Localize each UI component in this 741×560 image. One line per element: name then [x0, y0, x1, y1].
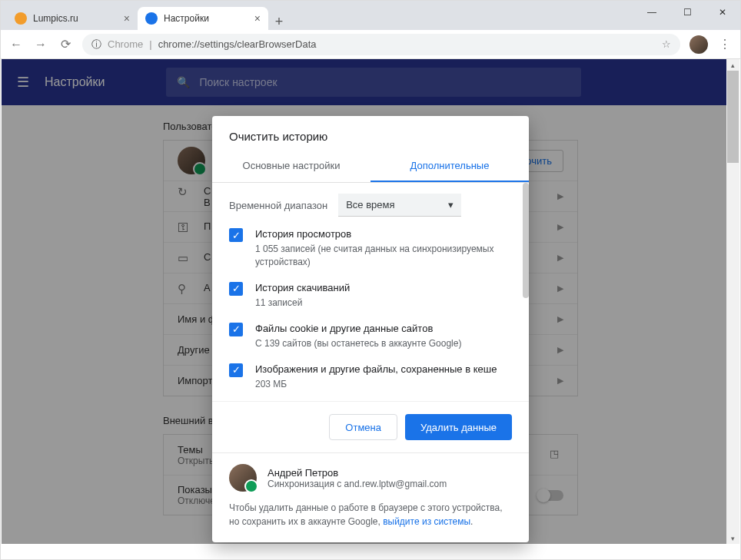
checkbox[interactable]: ✓	[229, 363, 243, 377]
chevron-down-icon: ▾	[448, 199, 454, 210]
dialog-body: Временной диапазон Все время ▾ ✓История …	[212, 183, 529, 398]
scroll-up-icon[interactable]: ▴	[726, 59, 739, 71]
tab-title: Lumpics.ru	[33, 13, 78, 24]
dialog-actions: Отмена Удалить данные	[212, 401, 529, 452]
item-subtitle: С 139 сайтов (вы останетесь в аккаунте G…	[255, 337, 461, 350]
item-title: Файлы cookie и другие данные сайтов	[255, 322, 461, 336]
minimize-button[interactable]: —	[634, 1, 670, 24]
page-scrollbar[interactable]: ▴ ▾	[726, 59, 739, 544]
tab-basic[interactable]: Основные настройки	[212, 151, 370, 182]
footer-note: Чтобы удалить данные о работе в браузере…	[229, 501, 512, 529]
item-subtitle: 1 055 записей (не считая данных на синхр…	[255, 243, 512, 269]
scroll-down-icon[interactable]: ▾	[726, 532, 739, 544]
tab-close-icon[interactable]: ×	[124, 12, 130, 25]
user-name: Андрей Петров	[267, 467, 447, 479]
profile-avatar[interactable]	[689, 35, 708, 54]
checkbox[interactable]: ✓	[229, 282, 243, 296]
new-tab-button[interactable]: +	[268, 14, 290, 30]
reload-button[interactable]: ⟳	[58, 37, 73, 51]
dialog-title: Очистить историю	[212, 116, 529, 151]
clear-data-item[interactable]: ✓Изображения и другие файлы, сохраненные…	[229, 363, 512, 391]
dialog-tabs: Основные настройки Дополнительные	[212, 151, 529, 183]
clear-data-item[interactable]: ✓Файлы cookie и другие данные сайтовС 13…	[229, 322, 512, 350]
tab-title: Настройки	[164, 13, 209, 24]
item-title: Изображения и другие файлы, сохраненные …	[255, 363, 497, 376]
clear-browsing-data-dialog: Очистить историю Основные настройки Допо…	[212, 116, 529, 542]
checkbox[interactable]: ✓	[229, 228, 243, 242]
scroll-thumb[interactable]	[727, 71, 739, 163]
clear-data-item[interactable]: ✓История просмотров1 055 записей (не счи…	[229, 227, 512, 269]
scroll-thumb[interactable]	[523, 183, 529, 298]
security-icon: ⓘ	[91, 38, 101, 51]
item-title: История просмотров	[255, 227, 512, 241]
checkbox[interactable]: ✓	[229, 323, 243, 336]
cancel-button[interactable]: Отмена	[329, 414, 397, 440]
dialog-footer: Андрей Петров Синхронизация с and.rew.lp…	[212, 452, 529, 542]
item-subtitle: 11 записей	[255, 297, 350, 310]
tab-advanced[interactable]: Дополнительные	[370, 151, 529, 182]
tab-strip: Lumpics.ru × Настройки × +	[1, 1, 740, 30]
tab-lumpics[interactable]: Lumpics.ru ×	[7, 7, 138, 30]
browser-toolbar: ← → ⟳ ⓘ Chrome | chrome://settings/clear…	[1, 30, 740, 59]
favicon-icon	[15, 12, 27, 25]
forward-button[interactable]: →	[33, 38, 48, 51]
item-title: История скачиваний	[255, 281, 350, 295]
time-range-label: Временной диапазон	[229, 200, 327, 211]
gear-icon	[145, 12, 158, 25]
item-subtitle: 203 МБ	[255, 378, 497, 391]
address-bar[interactable]: ⓘ Chrome | chrome://settings/clearBrowse…	[82, 34, 680, 55]
delete-data-button[interactable]: Удалить данные	[405, 414, 512, 440]
dialog-scrollbar[interactable]	[521, 183, 529, 398]
time-range-select[interactable]: Все время ▾	[338, 194, 461, 217]
window-controls: — ☐ ✕	[634, 1, 740, 24]
clear-data-item[interactable]: ✓История скачиваний11 записей	[229, 281, 512, 310]
user-sync-status: Синхронизация с and.rew.lptw@gmail.com	[267, 479, 447, 489]
tab-settings[interactable]: Настройки ×	[138, 7, 268, 30]
user-avatar	[229, 464, 257, 492]
security-label: Chrome	[108, 38, 143, 50]
maximize-button[interactable]: ☐	[670, 1, 705, 24]
back-button[interactable]: ←	[8, 38, 24, 51]
url-text: chrome://settings/clearBrowserData	[158, 38, 317, 50]
menu-button[interactable]: ⋮	[717, 37, 733, 51]
sign-out-link[interactable]: выйдите из системы	[383, 516, 470, 527]
close-button[interactable]: ✕	[705, 1, 740, 24]
tab-close-icon[interactable]: ×	[254, 12, 261, 25]
bookmark-star-icon[interactable]: ☆	[662, 38, 671, 50]
